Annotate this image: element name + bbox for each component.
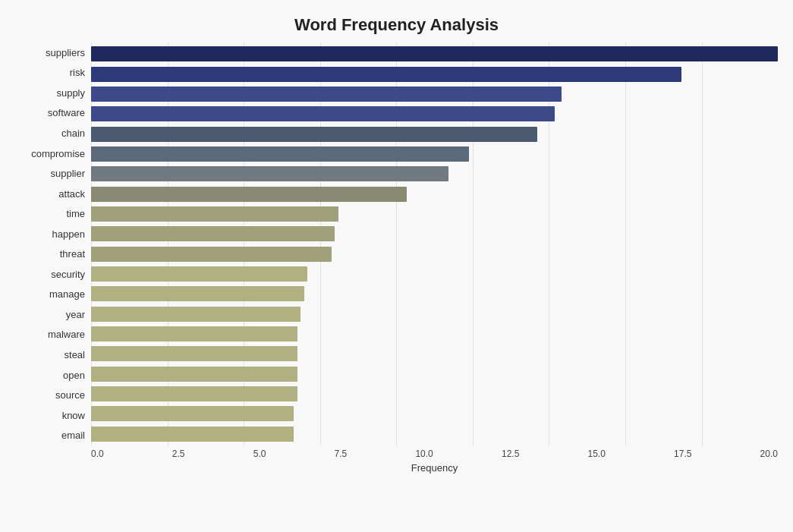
bar [91, 346, 297, 361]
bar-row [91, 405, 778, 423]
bar-row [91, 285, 778, 303]
bar [91, 266, 307, 282]
bar [91, 326, 297, 342]
bar-row [91, 45, 778, 63]
bar-row [91, 325, 778, 343]
x-tick: 15.0 [588, 449, 606, 459]
chart-container: Word Frequency Analysis suppliersrisksup… [0, 0, 793, 532]
bar-row [91, 85, 778, 103]
y-label: time [66, 204, 85, 224]
bar [91, 247, 332, 262]
y-label: supply [56, 83, 85, 102]
y-label: email [61, 426, 85, 445]
x-ticks: 0.02.55.07.510.012.515.017.520.0 [91, 445, 778, 459]
bar-row [91, 185, 778, 203]
bar [91, 307, 301, 322]
bar [91, 67, 681, 82]
x-tick: 0.0 [91, 449, 104, 459]
bar-row [91, 345, 778, 363]
y-label: year [66, 304, 85, 324]
bar [91, 127, 537, 142]
y-label: steal [65, 345, 85, 364]
x-tick: 12.5 [502, 449, 519, 459]
bar-row [91, 125, 778, 143]
y-label: source [55, 386, 85, 405]
x-tick: 20.0 [760, 449, 778, 459]
bar-row [91, 265, 778, 283]
x-axis: 0.02.55.07.510.012.515.017.520.0 Frequen… [91, 445, 778, 468]
bar [91, 406, 294, 421]
bar-row [91, 225, 778, 243]
bars-wrapper [91, 42, 778, 445]
bar [91, 146, 469, 162]
bar-row [91, 145, 778, 163]
chart-area: suppliersrisksupplysoftwarechaincompromi… [15, 42, 778, 468]
bar [91, 166, 448, 181]
chart-title: Word Frequency Analysis [15, 15, 778, 35]
bar [91, 106, 555, 121]
bars-section [91, 42, 778, 445]
bar [91, 427, 294, 442]
x-tick: 17.5 [674, 449, 691, 459]
bar [91, 187, 407, 202]
bar-row [91, 165, 778, 183]
y-label: attack [58, 184, 85, 203]
x-tick: 2.5 [172, 449, 185, 459]
y-label: suppliers [46, 42, 85, 62]
bar-row [91, 205, 778, 223]
bar [91, 206, 338, 222]
bar-row [91, 305, 778, 323]
y-label: open [63, 365, 85, 385]
x-tick: 10.0 [415, 449, 433, 459]
bar-row [91, 365, 778, 383]
x-axis-label: Frequency [91, 462, 778, 474]
x-tick: 5.0 [253, 449, 266, 459]
bar [91, 286, 304, 301]
bar [91, 87, 562, 102]
x-tick: 7.5 [335, 449, 348, 459]
bar-row [91, 425, 778, 443]
bars-and-xaxis: 0.02.55.07.510.012.515.017.520.0 Frequen… [91, 42, 778, 468]
y-label: malware [48, 325, 85, 345]
y-label: manage [49, 285, 85, 304]
bar [91, 386, 297, 401]
bar-row [91, 245, 778, 263]
y-axis: suppliersrisksupplysoftwarechaincompromi… [15, 42, 91, 468]
y-label: know [62, 405, 85, 425]
bar-row [91, 105, 778, 123]
bar [91, 226, 335, 241]
y-label: happen [52, 224, 85, 244]
y-label: security [51, 264, 85, 284]
y-label: chain [61, 123, 85, 143]
y-label: threat [60, 244, 85, 264]
y-label: supplier [50, 164, 85, 184]
bar-row [91, 385, 778, 403]
bar-row [91, 65, 778, 83]
y-label: compromise [31, 143, 85, 163]
bar [91, 46, 778, 61]
bar [91, 367, 297, 382]
y-label: risk [70, 63, 85, 83]
y-label: software [48, 103, 85, 123]
